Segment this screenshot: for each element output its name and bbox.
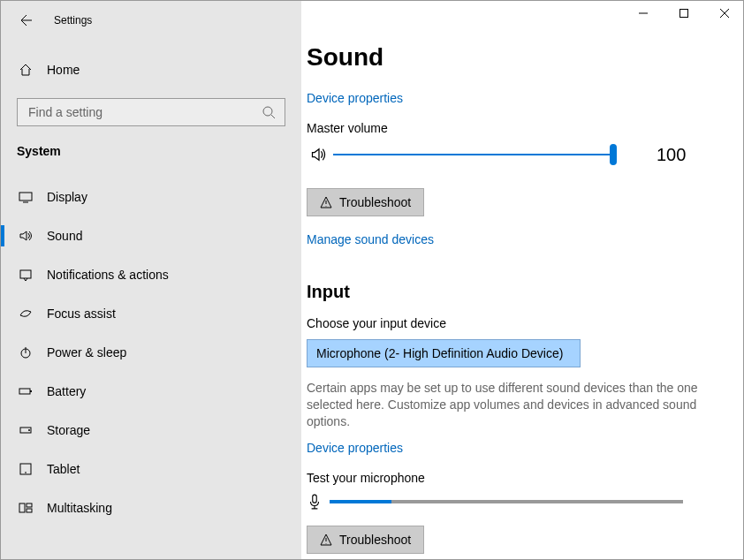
search-box[interactable] — [17, 98, 285, 126]
volume-value: 100 — [657, 145, 686, 165]
test-mic-label: Test your microphone — [307, 471, 717, 485]
sidebar: Settings Home System Display Sound — [1, 1, 301, 559]
nav-label: Focus assist — [47, 306, 116, 321]
battery-icon — [17, 382, 34, 400]
close-button[interactable] — [704, 1, 744, 26]
search-icon — [262, 105, 276, 119]
nav-label: Storage — [47, 423, 90, 437]
speaker-icon — [307, 146, 331, 163]
back-button[interactable] — [17, 11, 34, 29]
focus-assist-icon — [17, 305, 34, 322]
svg-rect-5 — [30, 390, 32, 392]
microphone-icon — [307, 494, 323, 510]
input-device-properties-link[interactable]: Device properties — [307, 441, 717, 455]
nav-item-focus-assist[interactable]: Focus assist — [1, 294, 301, 333]
window-title: Settings — [54, 14, 92, 26]
troubleshoot-label: Troubleshoot — [339, 195, 411, 209]
nav-item-sound[interactable]: Sound — [1, 216, 301, 255]
master-volume-slider[interactable] — [333, 144, 614, 165]
home-icon — [17, 61, 34, 79]
svg-rect-1 — [19, 193, 32, 201]
input-device-dropdown[interactable]: Microphone (2- High Definition Audio Dev… — [307, 339, 581, 367]
nav-label: Notifications & actions — [47, 268, 169, 282]
nav-item-power-sleep[interactable]: Power & sleep — [1, 333, 301, 372]
maximize-button[interactable] — [664, 1, 704, 26]
troubleshoot-button[interactable]: Troubleshoot — [307, 188, 424, 216]
storage-icon — [17, 421, 34, 439]
svg-point-7 — [28, 429, 30, 431]
multitasking-icon — [17, 499, 34, 517]
svg-rect-9 — [19, 503, 25, 512]
svg-rect-2 — [20, 270, 31, 278]
nav-label: Display — [47, 190, 87, 204]
tablet-icon — [17, 460, 34, 478]
maximize-icon — [679, 9, 688, 18]
nav-item-multitasking[interactable]: Multitasking — [1, 488, 301, 527]
home-label: Home — [47, 63, 80, 77]
svg-rect-13 — [313, 495, 317, 503]
input-device-selected: Microphone (2- High Definition Audio Dev… — [316, 346, 563, 360]
master-volume-label: Master volume — [307, 121, 717, 135]
nav-label: Sound — [47, 229, 82, 243]
svg-point-0 — [263, 107, 272, 116]
svg-rect-10 — [27, 503, 32, 507]
nav-label: Battery — [47, 384, 86, 398]
nav-item-tablet[interactable]: Tablet — [1, 450, 301, 488]
mic-level-meter — [330, 500, 683, 503]
nav-item-notifications[interactable]: Notifications & actions — [1, 255, 301, 294]
page-title: Sound — [307, 43, 717, 72]
notifications-icon — [17, 266, 34, 284]
power-icon — [17, 344, 34, 361]
home-nav[interactable]: Home — [1, 50, 301, 89]
window-controls — [623, 1, 744, 26]
warning-icon — [320, 196, 332, 208]
input-heading: Input — [307, 282, 717, 302]
svg-rect-12 — [680, 10, 688, 18]
choose-input-label: Choose your input device — [307, 316, 717, 330]
minimize-button[interactable] — [623, 1, 664, 26]
svg-rect-4 — [19, 389, 30, 394]
nav-label: Power & sleep — [47, 345, 126, 359]
nav-list: Display Sound Notifications & actions Fo… — [1, 178, 301, 527]
troubleshoot-mic-button[interactable]: Troubleshoot — [307, 526, 424, 554]
manage-sound-devices-link[interactable]: Manage sound devices — [307, 232, 717, 246]
input-description: Certain apps may be set up to use differ… — [307, 380, 704, 430]
display-icon — [17, 188, 34, 206]
content-pane: Sound Device properties Master volume 10… — [301, 1, 744, 559]
nav-item-storage[interactable]: Storage — [1, 411, 301, 450]
sound-icon — [17, 227, 34, 245]
svg-rect-11 — [27, 509, 32, 512]
group-label-system: System — [1, 144, 301, 158]
device-properties-link[interactable]: Device properties — [307, 91, 717, 105]
nav-label: Multitasking — [47, 501, 112, 515]
troubleshoot-mic-label: Troubleshoot — [339, 533, 411, 547]
search-input[interactable] — [27, 104, 262, 120]
nav-item-display[interactable]: Display — [1, 178, 301, 216]
minimize-icon — [639, 9, 648, 18]
warning-icon — [320, 534, 332, 546]
close-icon — [720, 9, 729, 18]
arrow-left-icon — [19, 13, 33, 27]
nav-label: Tablet — [47, 462, 80, 476]
nav-item-battery[interactable]: Battery — [1, 372, 301, 411]
